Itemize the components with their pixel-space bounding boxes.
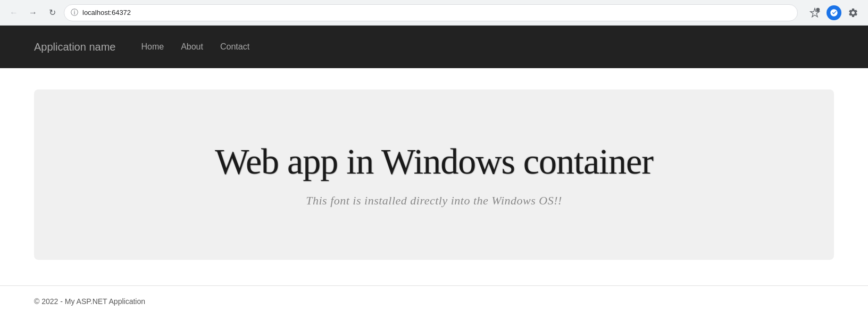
- nav-link-about[interactable]: About: [181, 42, 203, 52]
- svg-text:+: +: [817, 8, 819, 11]
- footer: © 2022 - My ASP.NET Application: [0, 285, 868, 317]
- app-brand: Application name: [34, 41, 115, 53]
- main-content: Web app in Windows container This font i…: [0, 68, 868, 281]
- hero-section: Web app in Windows container This font i…: [34, 89, 834, 260]
- extension-button[interactable]: [825, 4, 842, 21]
- back-button[interactable]: ←: [6, 5, 21, 20]
- reload-button[interactable]: ↻: [45, 5, 60, 20]
- browser-actions: +: [806, 4, 862, 21]
- settings-gear-icon: [848, 7, 858, 18]
- nav-link-home[interactable]: Home: [141, 42, 164, 52]
- extension-icon: [827, 5, 841, 20]
- info-icon: ⓘ: [71, 8, 78, 18]
- settings-button[interactable]: [845, 4, 862, 21]
- footer-copyright: © 2022 - My ASP.NET Application: [34, 297, 145, 306]
- bookmark-button[interactable]: +: [806, 4, 823, 21]
- hero-title: Web app in Windows container: [215, 142, 653, 182]
- forward-button[interactable]: →: [26, 5, 40, 20]
- hero-subtitle: This font is installed directly into the…: [306, 194, 562, 208]
- browser-chrome: ← → ↻ ⓘ localhost:64372 +: [0, 0, 868, 26]
- nav-link-contact[interactable]: Contact: [220, 42, 249, 52]
- bookmark-star-icon: +: [809, 7, 820, 18]
- url-text: localhost:64372: [82, 9, 131, 17]
- address-bar[interactable]: ⓘ localhost:64372: [64, 4, 798, 21]
- navbar: Application name Home About Contact: [0, 26, 868, 68]
